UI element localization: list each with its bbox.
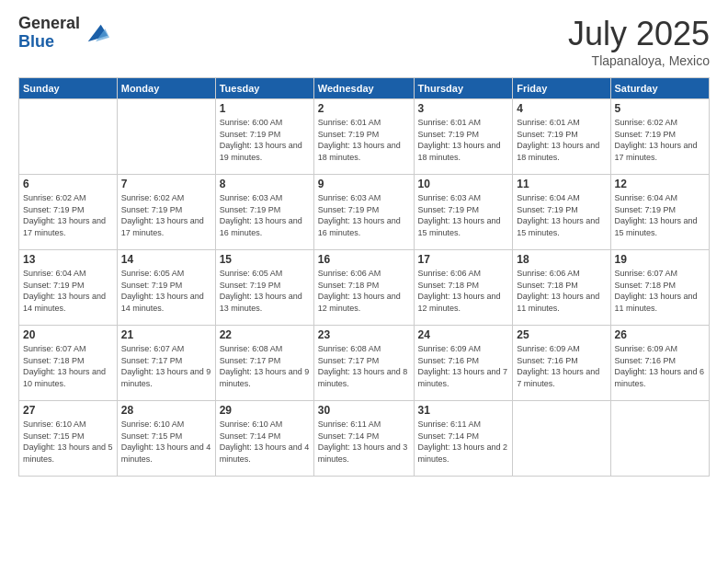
day-number-1-5: 11 (517, 178, 606, 190)
day-info-1-0: Sunrise: 6:02 AM Sunset: 7:19 PM Dayligh… (23, 192, 113, 238)
day-number-1-4: 10 (418, 178, 509, 190)
day-cell-0-6: 5Sunrise: 6:02 AM Sunset: 7:19 PM Daylig… (610, 99, 709, 175)
day-info-1-2: Sunrise: 6:03 AM Sunset: 7:19 PM Dayligh… (220, 192, 310, 238)
day-info-1-1: Sunrise: 6:02 AM Sunset: 7:19 PM Dayligh… (121, 192, 211, 238)
day-number-4-0: 27 (23, 404, 113, 417)
day-info-4-4: Sunrise: 6:11 AM Sunset: 7:14 PM Dayligh… (418, 419, 509, 465)
day-info-0-3: Sunrise: 6:01 AM Sunset: 7:19 PM Dayligh… (318, 117, 410, 163)
col-saturday: Saturday (610, 78, 709, 99)
day-info-2-6: Sunrise: 6:07 AM Sunset: 7:18 PM Dayligh… (615, 268, 705, 314)
day-info-1-6: Sunrise: 6:04 AM Sunset: 7:19 PM Dayligh… (615, 192, 705, 238)
day-info-2-5: Sunrise: 6:06 AM Sunset: 7:18 PM Dayligh… (517, 268, 606, 314)
day-info-4-1: Sunrise: 6:10 AM Sunset: 7:15 PM Dayligh… (121, 419, 211, 465)
day-number-3-2: 22 (220, 328, 310, 341)
day-number-1-1: 7 (121, 178, 211, 190)
day-cell-0-2: 1Sunrise: 6:00 AM Sunset: 7:19 PM Daylig… (215, 99, 313, 175)
day-number-0-3: 2 (318, 102, 410, 115)
day-number-2-6: 19 (615, 253, 705, 266)
day-number-3-0: 20 (23, 328, 113, 341)
day-info-0-6: Sunrise: 6:02 AM Sunset: 7:19 PM Dayligh… (615, 117, 705, 163)
col-wednesday: Wednesday (313, 78, 414, 99)
day-cell-0-1 (117, 99, 215, 175)
day-info-3-1: Sunrise: 6:07 AM Sunset: 7:17 PM Dayligh… (121, 343, 211, 389)
calendar-table: Sunday Monday Tuesday Wednesday Thursday… (18, 77, 710, 477)
day-info-3-6: Sunrise: 6:09 AM Sunset: 7:16 PM Dayligh… (615, 343, 705, 389)
day-cell-3-6: 26Sunrise: 6:09 AM Sunset: 7:16 PM Dayli… (610, 326, 709, 401)
week-row-4: 27Sunrise: 6:10 AM Sunset: 7:15 PM Dayli… (19, 401, 710, 477)
day-number-0-4: 3 (418, 102, 509, 115)
day-cell-4-0: 27Sunrise: 6:10 AM Sunset: 7:15 PM Dayli… (19, 401, 118, 477)
day-number-2-4: 17 (418, 253, 509, 266)
day-info-3-5: Sunrise: 6:09 AM Sunset: 7:16 PM Dayligh… (517, 343, 606, 389)
day-number-3-1: 21 (121, 328, 211, 341)
day-info-2-0: Sunrise: 6:04 AM Sunset: 7:19 PM Dayligh… (23, 268, 113, 314)
day-number-1-6: 12 (615, 178, 705, 190)
day-info-2-4: Sunrise: 6:06 AM Sunset: 7:18 PM Dayligh… (418, 268, 509, 314)
day-number-4-1: 28 (121, 404, 211, 417)
day-number-1-0: 6 (23, 178, 113, 190)
location: Tlapanaloya, Mexico (568, 53, 710, 68)
week-row-1: 6Sunrise: 6:02 AM Sunset: 7:19 PM Daylig… (19, 175, 710, 250)
month-title: July 2025 (568, 15, 710, 53)
day-info-1-4: Sunrise: 6:03 AM Sunset: 7:19 PM Dayligh… (418, 192, 509, 238)
title-block: July 2025 Tlapanaloya, Mexico (568, 15, 710, 68)
day-cell-4-6 (610, 401, 709, 477)
day-cell-3-3: 23Sunrise: 6:08 AM Sunset: 7:17 PM Dayli… (313, 326, 414, 401)
day-cell-0-4: 3Sunrise: 6:01 AM Sunset: 7:19 PM Daylig… (414, 99, 513, 175)
week-row-2: 13Sunrise: 6:04 AM Sunset: 7:19 PM Dayli… (19, 250, 710, 326)
day-number-2-5: 18 (517, 253, 606, 266)
day-info-3-2: Sunrise: 6:08 AM Sunset: 7:17 PM Dayligh… (220, 343, 310, 389)
day-cell-3-5: 25Sunrise: 6:09 AM Sunset: 7:16 PM Dayli… (513, 326, 610, 401)
day-number-2-0: 13 (23, 253, 113, 266)
day-cell-3-1: 21Sunrise: 6:07 AM Sunset: 7:17 PM Dayli… (117, 326, 215, 401)
day-cell-1-4: 10Sunrise: 6:03 AM Sunset: 7:19 PM Dayli… (414, 175, 513, 250)
day-number-4-3: 30 (318, 404, 410, 417)
day-number-1-2: 8 (220, 178, 310, 190)
day-number-3-3: 23 (318, 328, 410, 341)
day-cell-1-0: 6Sunrise: 6:02 AM Sunset: 7:19 PM Daylig… (19, 175, 118, 250)
day-cell-2-5: 18Sunrise: 6:06 AM Sunset: 7:18 PM Dayli… (513, 250, 610, 326)
day-info-3-0: Sunrise: 6:07 AM Sunset: 7:18 PM Dayligh… (23, 343, 113, 389)
day-info-3-4: Sunrise: 6:09 AM Sunset: 7:16 PM Dayligh… (418, 343, 509, 389)
day-cell-3-2: 22Sunrise: 6:08 AM Sunset: 7:17 PM Dayli… (215, 326, 313, 401)
day-info-0-2: Sunrise: 6:00 AM Sunset: 7:19 PM Dayligh… (220, 117, 310, 163)
day-cell-1-2: 8Sunrise: 6:03 AM Sunset: 7:19 PM Daylig… (215, 175, 313, 250)
col-thursday: Thursday (414, 78, 513, 99)
day-number-0-5: 4 (517, 102, 606, 115)
day-cell-3-4: 24Sunrise: 6:09 AM Sunset: 7:16 PM Dayli… (414, 326, 513, 401)
day-cell-0-5: 4Sunrise: 6:01 AM Sunset: 7:19 PM Daylig… (513, 99, 610, 175)
day-info-2-3: Sunrise: 6:06 AM Sunset: 7:18 PM Dayligh… (318, 268, 410, 314)
day-cell-4-4: 31Sunrise: 6:11 AM Sunset: 7:14 PM Dayli… (414, 401, 513, 477)
col-monday: Monday (117, 78, 215, 99)
day-number-3-4: 24 (418, 328, 509, 341)
day-info-2-1: Sunrise: 6:05 AM Sunset: 7:19 PM Dayligh… (121, 268, 211, 314)
day-cell-3-0: 20Sunrise: 6:07 AM Sunset: 7:18 PM Dayli… (19, 326, 118, 401)
day-cell-2-3: 16Sunrise: 6:06 AM Sunset: 7:18 PM Dayli… (313, 250, 414, 326)
day-cell-4-3: 30Sunrise: 6:11 AM Sunset: 7:14 PM Dayli… (313, 401, 414, 477)
day-info-2-2: Sunrise: 6:05 AM Sunset: 7:19 PM Dayligh… (220, 268, 310, 314)
day-number-0-6: 5 (615, 102, 705, 115)
logo-icon (84, 20, 109, 46)
day-cell-0-0 (19, 99, 118, 175)
day-cell-1-3: 9Sunrise: 6:03 AM Sunset: 7:19 PM Daylig… (313, 175, 414, 250)
day-number-2-2: 15 (220, 253, 310, 266)
day-cell-2-1: 14Sunrise: 6:05 AM Sunset: 7:19 PM Dayli… (117, 250, 215, 326)
logo: General Blue (18, 15, 109, 52)
col-sunday: Sunday (19, 78, 118, 99)
day-number-1-3: 9 (318, 178, 410, 190)
day-cell-4-5 (513, 401, 610, 477)
day-number-2-1: 14 (121, 253, 211, 266)
day-number-4-2: 29 (220, 404, 310, 417)
day-info-4-0: Sunrise: 6:10 AM Sunset: 7:15 PM Dayligh… (23, 419, 113, 465)
day-number-3-5: 25 (517, 328, 606, 341)
day-info-4-2: Sunrise: 6:10 AM Sunset: 7:14 PM Dayligh… (220, 419, 310, 465)
day-info-1-5: Sunrise: 6:04 AM Sunset: 7:19 PM Dayligh… (517, 192, 606, 238)
day-number-4-4: 31 (418, 404, 509, 417)
day-cell-4-2: 29Sunrise: 6:10 AM Sunset: 7:14 PM Dayli… (215, 401, 313, 477)
calendar-header-row: Sunday Monday Tuesday Wednesday Thursday… (19, 78, 710, 99)
logo-blue-text: Blue (18, 33, 80, 52)
day-cell-1-6: 12Sunrise: 6:04 AM Sunset: 7:19 PM Dayli… (610, 175, 709, 250)
day-cell-1-5: 11Sunrise: 6:04 AM Sunset: 7:19 PM Dayli… (513, 175, 610, 250)
week-row-0: 1Sunrise: 6:00 AM Sunset: 7:19 PM Daylig… (19, 99, 710, 175)
day-number-3-6: 26 (615, 328, 705, 341)
